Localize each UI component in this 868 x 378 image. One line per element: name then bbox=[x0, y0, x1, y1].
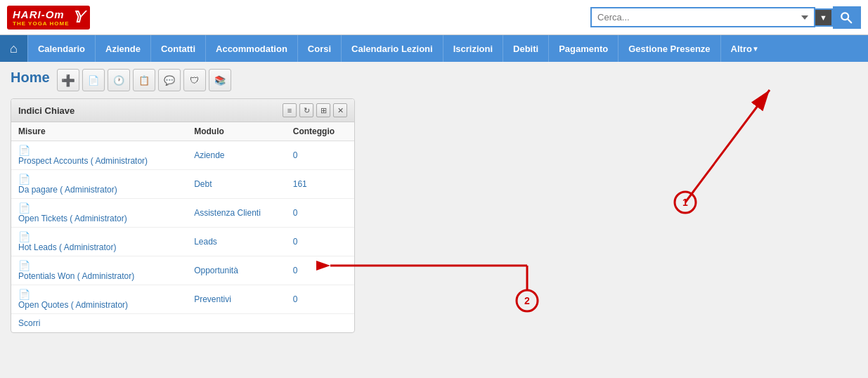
books-button[interactable]: 📚 bbox=[209, 69, 231, 91]
search-input[interactable] bbox=[590, 7, 815, 27]
nav-item-debiti[interactable]: Debiti bbox=[503, 35, 548, 62]
svg-text:2: 2 bbox=[524, 295, 530, 306]
nav-item-calendario-lezioni[interactable]: Calendario Lezioni bbox=[341, 35, 443, 62]
svg-point-8 bbox=[517, 290, 538, 311]
shield-button[interactable]: 🛡 bbox=[183, 69, 206, 91]
kpi-count-link[interactable]: 0 bbox=[293, 237, 298, 247]
doc-icon: 📄 bbox=[18, 145, 30, 156]
nav-item-iscrizioni[interactable]: Iscrizioni bbox=[443, 35, 503, 62]
widget-reorder-button[interactable]: ≡ bbox=[283, 103, 297, 117]
nav-item-pagamento[interactable]: Pagamento bbox=[548, 35, 618, 62]
nav-home-button[interactable]: ⌂ bbox=[0, 35, 27, 62]
svg-line-3 bbox=[685, 90, 770, 202]
kpi-module-link[interactable]: Aziende bbox=[194, 150, 224, 160]
widget-title: Indici Chiave bbox=[18, 105, 75, 116]
table-row: 📄 Open Quotes ( Administrator)Preventivi… bbox=[11, 285, 354, 314]
scorri-link[interactable]: Scorri bbox=[11, 314, 354, 332]
widget-close-button[interactable]: ✕ bbox=[333, 103, 347, 117]
kpi-table: Misure Modulo Conteggio 📄 Prospect Accou… bbox=[11, 122, 354, 314]
widget-expand-button[interactable]: ⊞ bbox=[316, 103, 330, 117]
main-nav: ⌂ Calendario Aziende Contatti Accommodat… bbox=[0, 35, 868, 62]
widget-body: Misure Modulo Conteggio 📄 Prospect Accou… bbox=[11, 122, 354, 332]
nav-item-accommodation[interactable]: Accommodation bbox=[205, 35, 297, 62]
doc-icon: 📄 bbox=[18, 289, 30, 300]
logo: HARI-Om THE YOGA HOME 𝕐 bbox=[7, 6, 90, 30]
kpi-module-link[interactable]: Debt bbox=[194, 179, 212, 189]
kpi-module-link[interactable]: Preventivi bbox=[194, 294, 231, 304]
doc-icon: 📄 bbox=[18, 231, 30, 242]
table-row: 📄 Open Tickets ( Administrator)Assistenz… bbox=[11, 199, 354, 228]
kpi-measure-link[interactable]: Da pagare ( Administrator) bbox=[18, 185, 180, 195]
widget-controls: ≡ ↻ ⊞ ✕ bbox=[283, 103, 347, 117]
nav-item-gestione-presenze[interactable]: Gestione Presenze bbox=[618, 35, 720, 62]
svg-text:1: 1 bbox=[682, 197, 688, 208]
kpi-measure-link[interactable]: Open Tickets ( Administrator) bbox=[18, 214, 180, 223]
document-button[interactable]: 📄 bbox=[82, 69, 105, 91]
logo-subtitle: THE YOGA HOME bbox=[13, 20, 70, 27]
main-content: Home ➕ 📄 🕐 📋 💬 🛡 📚 Indici Chiave ≡ ↻ ⊞ ✕ bbox=[0, 62, 868, 371]
page-title: Home bbox=[11, 70, 50, 86]
table-row: 📄 Hot Leads ( Administrator)Leads0 bbox=[11, 228, 354, 256]
nav-item-corsi[interactable]: Corsi bbox=[297, 35, 341, 62]
nav-item-altro[interactable]: Altro bbox=[720, 35, 769, 62]
kpi-module-link[interactable]: Leads bbox=[194, 237, 217, 247]
svg-line-1 bbox=[848, 19, 851, 22]
kpi-count-link[interactable]: 0 bbox=[293, 294, 298, 304]
nav-item-aziende[interactable]: Aziende bbox=[95, 35, 150, 62]
search-button[interactable] bbox=[833, 6, 861, 29]
kpi-measure-link[interactable]: Prospect Accounts ( Administrator) bbox=[18, 156, 180, 166]
kpi-widget: Indici Chiave ≡ ↻ ⊞ ✕ Misure Modulo Cont… bbox=[11, 98, 355, 333]
kpi-module-link[interactable]: Assistenza Clienti bbox=[194, 208, 261, 218]
logo-text: HARI-Om bbox=[13, 8, 65, 20]
col-header-conteggio: Conteggio bbox=[286, 122, 354, 141]
doc-icon: 📄 bbox=[18, 202, 30, 214]
table-row: 📄 Potentials Won ( Administrator)Opportu… bbox=[11, 256, 354, 285]
search-dropdown-arrow[interactable]: ▼ bbox=[815, 8, 833, 27]
search-area: ▼ bbox=[590, 6, 861, 29]
search-icon bbox=[840, 11, 853, 24]
kpi-measure-link[interactable]: Potentials Won ( Administrator) bbox=[18, 271, 180, 281]
chat-button[interactable]: 💬 bbox=[158, 69, 181, 91]
doc-icon: 📄 bbox=[18, 174, 30, 185]
header: HARI-Om THE YOGA HOME 𝕐 ▼ bbox=[0, 0, 868, 35]
table-row: 📄 Prospect Accounts ( Administrator)Azie… bbox=[11, 141, 354, 170]
kpi-module-link[interactable]: Opportunità bbox=[194, 266, 238, 275]
widget-refresh-button[interactable]: ↻ bbox=[299, 103, 313, 117]
kpi-count-link[interactable]: 0 bbox=[293, 266, 298, 275]
col-header-modulo: Modulo bbox=[187, 122, 286, 141]
col-header-misure: Misure bbox=[11, 122, 187, 141]
nav-item-calendario[interactable]: Calendario bbox=[27, 35, 95, 62]
arrow1-svg: 1 bbox=[601, 76, 812, 216]
kpi-table-body: 📄 Prospect Accounts ( Administrator)Azie… bbox=[11, 141, 354, 314]
toolbar: ➕ 📄 🕐 📋 💬 🛡 📚 bbox=[57, 69, 231, 91]
table-row: 📄 Da pagare ( Administrator)Debt161 bbox=[11, 170, 354, 199]
kpi-count-link[interactable]: 0 bbox=[293, 150, 298, 160]
kpi-measure-link[interactable]: Open Quotes ( Administrator) bbox=[18, 300, 180, 310]
kpi-measure-link[interactable]: Hot Leads ( Administrator) bbox=[18, 242, 180, 252]
kpi-count-link[interactable]: 0 bbox=[293, 208, 298, 218]
widget-header: Indici Chiave ≡ ↻ ⊞ ✕ bbox=[11, 99, 354, 122]
clock-button[interactable]: 🕐 bbox=[108, 69, 130, 91]
nav-item-contatti[interactable]: Contatti bbox=[150, 35, 205, 62]
kpi-count-link[interactable]: 161 bbox=[293, 179, 307, 189]
doc-icon: 📄 bbox=[18, 260, 30, 271]
svg-point-4 bbox=[675, 192, 696, 213]
chevron-down-icon: ▼ bbox=[820, 13, 827, 22]
clipboard-button[interactable]: 📋 bbox=[133, 69, 155, 91]
add-button[interactable]: ➕ bbox=[57, 69, 79, 91]
